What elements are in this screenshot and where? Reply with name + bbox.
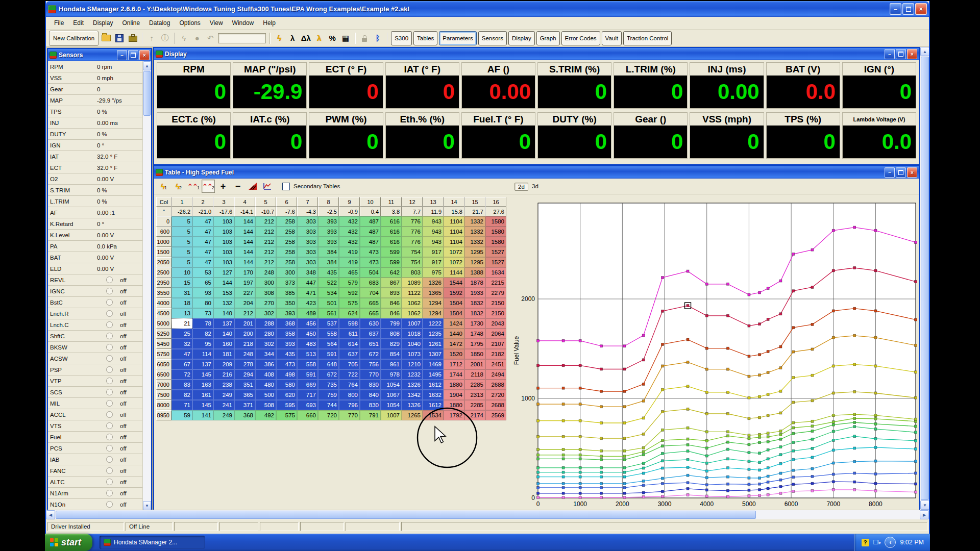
column-header-7[interactable]: 7	[297, 197, 318, 207]
table-cell[interactable]: 103	[213, 227, 234, 237]
table-cell[interactable]: 1880	[444, 380, 464, 390]
table-cell[interactable]: 1904	[444, 390, 464, 400]
table-cell[interactable]: 1067	[381, 390, 402, 400]
table-cell[interactable]: 2150	[485, 308, 506, 318]
table-cell[interactable]: 799	[381, 318, 402, 329]
menu-help[interactable]: Help	[259, 18, 280, 28]
map-axis-value[interactable]: 0.4	[360, 207, 381, 216]
table-cell[interactable]: 1210	[402, 359, 423, 369]
table-cell[interactable]: 683	[360, 278, 381, 288]
trace-icon[interactable]	[261, 180, 274, 193]
menu-datalog[interactable]: Datalog	[145, 18, 174, 28]
bluetooth-icon[interactable]: ᛒ	[372, 33, 383, 44]
table-cell[interactable]: 1040	[402, 339, 423, 349]
sensor-row-n1on[interactable]: N1Onoff	[48, 499, 142, 510]
sensor-row-shftc[interactable]: ShftCoff	[48, 331, 142, 342]
table-cell[interactable]: 103	[213, 237, 234, 247]
column-header-9[interactable]: 9	[339, 197, 360, 207]
table-cell[interactable]: 249	[213, 390, 234, 400]
table-cell[interactable]: 1534	[423, 410, 444, 420]
column-header-1[interactable]: 1	[172, 197, 192, 207]
table-cell[interactable]: 10	[172, 267, 192, 278]
table-cell[interactable]: 82	[172, 390, 192, 400]
table-cell[interactable]: 513	[297, 349, 318, 359]
table-cell[interactable]: 1795	[464, 339, 485, 349]
table-cell[interactable]: 1307	[423, 349, 444, 359]
table-cell[interactable]: 227	[234, 288, 255, 298]
table-cell[interactable]: 630	[360, 318, 381, 329]
table-cell[interactable]: 2150	[485, 298, 506, 308]
table-cell[interactable]: 2285	[464, 400, 485, 410]
table-cell[interactable]: 278	[234, 359, 255, 369]
row-header-2950[interactable]: 2950	[156, 278, 172, 288]
table-cell[interactable]: 288	[255, 318, 276, 329]
table-cell[interactable]: 501	[318, 298, 339, 308]
table-cell[interactable]: 1332	[464, 227, 485, 237]
sensor-row-pa[interactable]: PA0.0 kPa	[48, 241, 142, 252]
map-axis-value[interactable]: -0.9	[339, 207, 360, 216]
sensor-row-eld[interactable]: ELD0.00 V	[48, 263, 142, 274]
table-cell[interactable]: 302	[255, 339, 276, 349]
sensor-row-ect[interactable]: ECT32.0 ° F	[48, 162, 142, 173]
table-cell[interactable]: 2118	[464, 369, 485, 380]
table-cell[interactable]: 1634	[485, 267, 506, 278]
increase-1-button[interactable]: ⌃⌃1	[187, 180, 200, 193]
table-cell[interactable]: 1527	[485, 257, 506, 267]
table-cell[interactable]: 943	[423, 216, 444, 227]
row-header-1500[interactable]: 1500	[156, 247, 172, 257]
row-header-4500[interactable]: 4500	[156, 308, 172, 318]
table-cell[interactable]: 770	[360, 369, 381, 380]
table-cell[interactable]: 144	[234, 247, 255, 257]
taskbar-item-hondata[interactable]: Hondata SManager 2...	[100, 536, 205, 549]
table-cell[interactable]: 350	[276, 298, 297, 308]
sensors-close-button[interactable]: ×	[139, 50, 150, 60]
table-cell[interactable]: 580	[276, 380, 297, 390]
table-cell[interactable]: 2569	[485, 410, 506, 420]
table-cell[interactable]: 351	[234, 380, 255, 390]
row-header-3550[interactable]: 3550	[156, 288, 172, 298]
table-cell[interactable]: 1072	[444, 247, 464, 257]
sensor-row-iab[interactable]: IABoff	[48, 454, 142, 465]
table-cell[interactable]: 248	[234, 349, 255, 359]
table-cell[interactable]: 5	[172, 257, 192, 267]
table-cell[interactable]: 1007	[402, 318, 423, 329]
table-cell[interactable]: 637	[360, 329, 381, 339]
subtract-button[interactable]: −	[231, 180, 244, 193]
row-header-2050[interactable]: 2050	[156, 257, 172, 267]
sensors-scrollbar[interactable]: ▲ ▼	[142, 61, 151, 510]
table-cell[interactable]: 1018	[402, 329, 423, 339]
table-cell[interactable]: 71	[172, 400, 192, 410]
table-cell[interactable]: 308	[255, 288, 276, 298]
table-cell[interactable]: 144	[234, 257, 255, 267]
table-cell[interactable]: 93	[192, 288, 213, 298]
map-axis-value[interactable]: 7.7	[402, 207, 423, 216]
sensor-row-ignc[interactable]: IGNCoff	[48, 286, 142, 297]
table-cell[interactable]: 808	[381, 329, 402, 339]
table-cell[interactable]: 665	[360, 298, 381, 308]
map-axis-value[interactable]: -26.2	[172, 207, 192, 216]
table-cell[interactable]: 978	[381, 369, 402, 380]
table-cell[interactable]: 5	[172, 227, 192, 237]
lambda-spark-icon[interactable]: ϟ	[274, 33, 285, 44]
table-cell[interactable]: 170	[234, 267, 255, 278]
table-cell[interactable]: 385	[276, 288, 297, 298]
table-cell[interactable]: 163	[192, 380, 213, 390]
sensor-row-s.trim[interactable]: S.TRIM0 %	[48, 185, 142, 196]
table-cell[interactable]: 1440	[444, 329, 464, 339]
table-cell[interactable]: 1054	[381, 400, 402, 410]
table-cell[interactable]: 693	[297, 400, 318, 410]
table-cell[interactable]: 1104	[444, 227, 464, 237]
lambda-icon[interactable]: λ	[287, 33, 298, 44]
table-cell[interactable]: 447	[297, 278, 318, 288]
table-cell[interactable]: 500	[255, 390, 276, 400]
table-cell[interactable]: 1878	[464, 278, 485, 288]
table-cell[interactable]: 249	[213, 410, 234, 420]
table-cell[interactable]: 238	[213, 380, 234, 390]
fuel-graph[interactable]: 0100020003000400050006000700080000100020…	[511, 184, 918, 510]
table-cell[interactable]: 302	[255, 308, 276, 318]
nav-button-error-codes[interactable]: Error Codes	[561, 31, 600, 45]
table-cell[interactable]: 704	[360, 288, 381, 298]
close-button[interactable]: ×	[915, 3, 927, 15]
menu-window[interactable]: Window	[228, 18, 258, 28]
sensor-row-fanc[interactable]: FANCoff	[48, 465, 142, 477]
